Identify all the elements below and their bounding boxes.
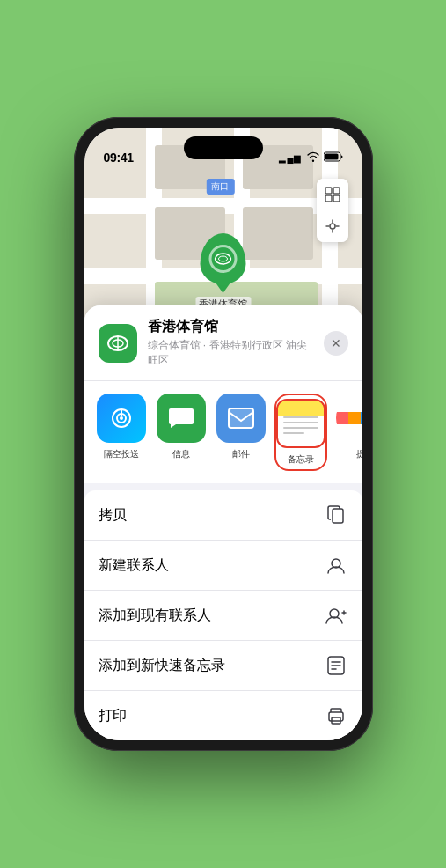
share-app-notes[interactable]: 备忘录 bbox=[274, 394, 327, 471]
more-icon bbox=[336, 394, 362, 443]
copy-icon bbox=[324, 503, 348, 527]
mail-icon bbox=[216, 394, 266, 443]
location-name: 香港体育馆 bbox=[148, 318, 313, 336]
location-venue-icon bbox=[99, 324, 137, 363]
pin-icon bbox=[201, 233, 246, 284]
action-print-label: 打印 bbox=[99, 707, 127, 725]
location-button[interactable] bbox=[317, 210, 348, 242]
dynamic-island bbox=[184, 136, 263, 159]
action-copy-label: 拷贝 bbox=[99, 506, 127, 525]
svg-rect-23 bbox=[333, 509, 343, 523]
map-controls[interactable] bbox=[317, 179, 348, 242]
share-app-mail[interactable]: 邮件 bbox=[215, 394, 267, 471]
action-add-contact[interactable]: 添加到现有联系人 bbox=[84, 591, 362, 641]
stadium-icon bbox=[209, 245, 238, 273]
location-address: 综合体育馆 · 香港特别行政区 油尖旺区 bbox=[148, 338, 313, 368]
messages-icon bbox=[157, 394, 206, 443]
mail-label: 邮件 bbox=[232, 448, 250, 460]
location-pin: 香港体育馆 bbox=[195, 233, 251, 312]
action-new-contact[interactable]: 新建联系人 bbox=[84, 541, 362, 591]
action-print[interactable]: 打印 bbox=[84, 691, 362, 740]
wifi-icon bbox=[307, 151, 319, 165]
status-time: 09:41 bbox=[104, 151, 134, 165]
bottom-sheet: 香港体育馆 综合体育馆 · 香港特别行政区 油尖旺区 ✕ bbox=[84, 305, 362, 740]
action-new-contact-label: 新建联系人 bbox=[99, 556, 169, 575]
svg-rect-2 bbox=[325, 188, 332, 194]
phone-screen: 09:41 ▂▄▆ bbox=[84, 128, 362, 740]
add-note-icon bbox=[324, 653, 348, 678]
close-button[interactable]: ✕ bbox=[324, 331, 348, 356]
share-apps: 隔空投送 信息 bbox=[84, 381, 362, 483]
more-label: 提 bbox=[356, 448, 362, 460]
share-app-airdrop[interactable]: 隔空投送 bbox=[95, 394, 148, 471]
notes-icon bbox=[276, 399, 325, 448]
action-list: 拷贝 新建联系人 bbox=[84, 490, 362, 740]
svg-rect-3 bbox=[333, 188, 340, 194]
airdrop-label: 隔空投送 bbox=[104, 448, 139, 460]
action-copy[interactable]: 拷贝 bbox=[84, 490, 362, 541]
action-add-note[interactable]: 添加到新快速备忘录 bbox=[84, 641, 362, 691]
map-label: 南口 bbox=[206, 179, 234, 195]
share-app-messages[interactable]: 信息 bbox=[155, 394, 208, 471]
location-header: 香港体育馆 综合体育馆 · 香港特别行政区 油尖旺区 ✕ bbox=[84, 305, 362, 381]
new-contact-icon bbox=[324, 553, 348, 577]
svg-point-19 bbox=[120, 416, 123, 420]
action-add-note-label: 添加到新快速备忘录 bbox=[99, 657, 225, 675]
signal-icon: ▂▄▆ bbox=[279, 153, 302, 163]
action-add-contact-label: 添加到现有联系人 bbox=[99, 607, 211, 625]
status-icons: ▂▄▆ bbox=[279, 151, 342, 165]
map-view-toggle[interactable] bbox=[317, 179, 348, 210]
battery-icon bbox=[324, 151, 343, 165]
share-app-more[interactable]: 提 bbox=[334, 394, 362, 471]
svg-rect-4 bbox=[325, 195, 332, 202]
messages-label: 信息 bbox=[172, 448, 190, 460]
notes-label: 备忘录 bbox=[288, 453, 314, 466]
add-contact-icon bbox=[324, 603, 348, 628]
svg-rect-5 bbox=[333, 195, 340, 202]
svg-point-6 bbox=[330, 224, 335, 229]
print-icon bbox=[324, 703, 348, 728]
phone-frame: 09:41 ▂▄▆ bbox=[74, 117, 373, 751]
svg-rect-21 bbox=[229, 408, 253, 428]
svg-rect-1 bbox=[325, 154, 338, 160]
location-info: 香港体育馆 综合体育馆 · 香港特别行政区 油尖旺区 bbox=[148, 318, 313, 368]
share-apps-scroll: 隔空投送 信息 bbox=[84, 394, 362, 471]
airdrop-icon bbox=[97, 394, 146, 443]
